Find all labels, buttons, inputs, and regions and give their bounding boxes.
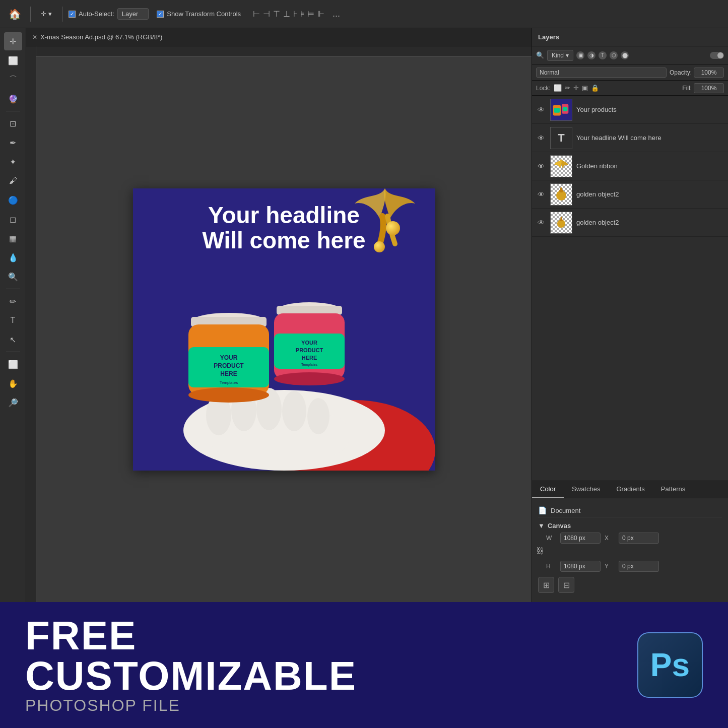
healing-brush-tool[interactable]: ✦: [4, 153, 22, 171]
align-bottom-icon[interactable]: ⊧: [300, 9, 304, 19]
promo-subtitle-label: PHOTOSHOP FILE: [25, 696, 617, 715]
layers-blend-row: Normal Opacity: 100%: [532, 64, 728, 81]
svg-text:PRODUCT: PRODUCT: [214, 362, 244, 369]
adjustment-filter-icon[interactable]: ◑: [587, 51, 595, 59]
shape-filter-icon[interactable]: ⬡: [610, 51, 618, 59]
layer-item-golden-ribbon[interactable]: 👁 Golden ribbon: [532, 152, 728, 180]
home-button[interactable]: 🏠: [5, 5, 24, 24]
color-panel-content: 📄 Document ▼ Canvas W X ⛓: [532, 498, 728, 602]
more-options-button[interactable]: ...: [333, 9, 340, 19]
marquee-tool[interactable]: ⬜: [4, 51, 22, 70]
svg-text:YOUR: YOUR: [301, 340, 317, 346]
layer-visibility-toggle-3[interactable]: 👁: [536, 190, 546, 198]
canvas-y-input[interactable]: [619, 561, 659, 572]
path-selection-tool[interactable]: ↖: [4, 330, 22, 349]
move-tool[interactable]: ✛: [4, 32, 22, 50]
ruler-vertical: [26, 46, 36, 602]
canvas-fill-button[interactable]: ⊟: [558, 577, 574, 593]
eraser-tool[interactable]: ◻: [4, 210, 22, 228]
svg-text:Templates: Templates: [219, 380, 237, 385]
zoom-tool[interactable]: 🔎: [4, 393, 22, 412]
tool-sep-3: [6, 352, 20, 352]
type-filter-icon[interactable]: T: [599, 51, 607, 59]
ad-canvas: Your headline Will come here: [133, 188, 435, 471]
tab-swatches[interactable]: Swatches: [564, 481, 608, 498]
jar-right: YOUR PRODUCT HERE Templates: [269, 299, 350, 395]
pixel-filter-icon[interactable]: ▣: [576, 51, 584, 59]
move-tool-button[interactable]: ✛ ▾: [37, 8, 56, 20]
quick-select-tool[interactable]: 🔮: [4, 90, 22, 108]
lock-pixels-icon[interactable]: ✏: [565, 84, 570, 92]
tab-color[interactable]: Color: [532, 481, 564, 498]
tab-gradients[interactable]: Gradients: [608, 481, 652, 498]
distribute2-icon[interactable]: ⊩: [317, 9, 324, 19]
layer-visibility-toggle-4[interactable]: 👁: [536, 219, 546, 227]
tab-patterns[interactable]: Patterns: [653, 481, 693, 498]
link-dimensions-icon[interactable]: ⛓: [536, 547, 544, 556]
kind-filter-dropdown[interactable]: Kind ▾: [547, 50, 573, 61]
lock-all-icon[interactable]: 🔒: [591, 84, 599, 92]
distribute-icon[interactable]: ⊨: [307, 9, 314, 19]
lock-artboard-icon[interactable]: ▣: [582, 84, 588, 92]
shape-tool[interactable]: ⬜: [4, 355, 22, 373]
layer-dropdown[interactable]: Layer: [117, 8, 149, 20]
dodge-tool[interactable]: 🔍: [4, 268, 22, 286]
align-right-icon[interactable]: ⊤: [273, 9, 280, 19]
canvas-content: Your headline Will come here: [133, 188, 435, 471]
smartobj-filter-icon[interactable]: ⬤: [621, 51, 629, 59]
align-left-icon[interactable]: ⊢: [253, 9, 260, 19]
layer-item-golden-obj2-a[interactable]: 👁 golden object2: [532, 180, 728, 209]
stamp-tool[interactable]: 🔵: [4, 191, 22, 209]
layer-item-headline[interactable]: 👁 T Your headline Will come here: [532, 124, 728, 152]
filter-toggle[interactable]: [710, 52, 724, 59]
blur-tool[interactable]: 💧: [4, 248, 22, 267]
lock-transparent-icon[interactable]: ⬜: [554, 84, 562, 92]
hand-tool[interactable]: ✋: [4, 374, 22, 392]
crop-tool[interactable]: ⊡: [4, 114, 22, 133]
canvas-width-row: W X: [546, 533, 722, 544]
align-center-h-icon[interactable]: ⊣: [263, 9, 270, 19]
chevron-down-icon: ▼: [538, 522, 545, 530]
svg-rect-30: [563, 107, 568, 111]
layer-visibility-toggle-2[interactable]: 👁: [536, 162, 546, 170]
align-icons-area: ⊢ ⊣ ⊤ ⊥ ⊦ ⊧ ⊨ ⊩: [253, 9, 324, 19]
opacity-input[interactable]: 100%: [694, 68, 724, 78]
blend-mode-dropdown[interactable]: Normal: [536, 68, 667, 78]
canvas-height-input[interactable]: [560, 561, 601, 572]
canvas-fit-button[interactable]: ⊞: [538, 577, 554, 593]
canvas-x-input[interactable]: [619, 533, 659, 544]
lasso-tool[interactable]: ⌒: [4, 71, 22, 89]
brush-tool[interactable]: 🖌: [4, 172, 22, 190]
canvas-label: Canvas: [548, 522, 571, 530]
layer-item-golden-obj2-b[interactable]: 👁 golden object2: [532, 209, 728, 237]
layer-list: 👁 Your products 👁: [532, 96, 728, 481]
show-transform-checkbox[interactable]: ✓: [157, 11, 164, 18]
svg-point-6: [282, 391, 306, 431]
gradient-tool[interactable]: ▦: [4, 229, 22, 247]
fill-input[interactable]: 100%: [694, 83, 724, 93]
pen-tool[interactable]: ✏: [4, 292, 22, 310]
document-tab-title[interactable]: X-mas Season Ad.psd @ 67.1% (RGB/8*): [40, 33, 162, 41]
document-tab-bar: ✕ X-mas Season Ad.psd @ 67.1% (RGB/8*): [26, 28, 532, 46]
type-layer-icon: T: [558, 131, 564, 145]
type-tool[interactable]: T: [4, 311, 22, 329]
top-toolbar: 🏠 ✛ ▾ ✓ Auto-Select: Layer ✓ Show Transf…: [0, 0, 728, 28]
panel-tabs-row: Color Swatches Gradients Patterns: [532, 481, 728, 498]
auto-select-checkbox[interactable]: ✓: [69, 11, 76, 18]
svg-text:HERE: HERE: [220, 370, 237, 377]
lock-position-icon[interactable]: ✛: [573, 84, 579, 92]
right-panel: Layers 🔍 Kind ▾ ▣ ◑ T ⬡ ⬤: [532, 28, 728, 602]
layer-item-your-products[interactable]: 👁 Your products: [532, 96, 728, 124]
eyedropper-tool[interactable]: ✒: [4, 134, 22, 152]
align-top-icon[interactable]: ⊥: [283, 9, 290, 19]
layer-visibility-toggle-0[interactable]: 👁: [536, 106, 546, 114]
gold-ball-2: [374, 241, 385, 252]
layer-name-3: golden object2: [576, 190, 724, 198]
toolbar-separator-2: [62, 7, 62, 22]
svg-text:HERE: HERE: [301, 355, 317, 361]
canvas-width-input[interactable]: [560, 533, 601, 544]
align-middle-v-icon[interactable]: ⊦: [293, 9, 297, 19]
layer-visibility-toggle-1[interactable]: 👁: [536, 134, 546, 142]
tab-close-button[interactable]: ✕: [32, 34, 37, 41]
canvas-scroll-area[interactable]: Your headline Will come here: [26, 46, 532, 602]
